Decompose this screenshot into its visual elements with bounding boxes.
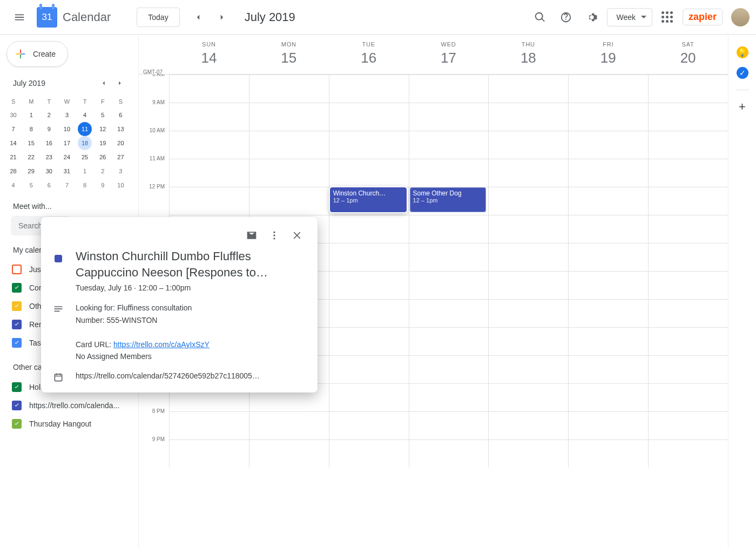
time-slot[interactable] xyxy=(488,440,568,468)
calendar-checkbox[interactable] xyxy=(12,265,22,274)
time-slot[interactable] xyxy=(568,300,648,327)
time-slot[interactable] xyxy=(169,75,249,103)
time-slot[interactable] xyxy=(568,215,648,243)
time-slot[interactable] xyxy=(568,75,648,103)
calendar-event[interactable]: Some Other Dog12 – 1pm xyxy=(410,187,487,212)
mini-day[interactable]: 1 xyxy=(22,108,40,122)
mini-day[interactable]: 9 xyxy=(40,122,58,136)
mini-day[interactable]: 12 xyxy=(94,122,112,136)
time-slot[interactable] xyxy=(409,272,489,299)
time-slot[interactable] xyxy=(329,300,409,327)
time-slot[interactable] xyxy=(169,412,249,439)
mini-day[interactable]: 27 xyxy=(112,150,130,164)
time-slot[interactable] xyxy=(169,440,249,468)
time-slot[interactable] xyxy=(648,243,728,271)
keep-icon[interactable]: 💡 xyxy=(737,46,748,58)
mini-day[interactable]: 29 xyxy=(22,164,40,178)
mini-day[interactable]: 13 xyxy=(112,122,130,136)
time-slot[interactable] xyxy=(648,300,728,327)
mini-prev-month[interactable] xyxy=(97,77,110,90)
mini-day[interactable]: 17 xyxy=(58,136,76,150)
time-slot[interactable] xyxy=(568,328,648,355)
mini-day[interactable]: 20 xyxy=(112,136,130,150)
time-slot[interactable] xyxy=(169,187,249,215)
time-slot[interactable] xyxy=(249,103,329,131)
time-slot[interactable] xyxy=(409,103,489,131)
mini-day[interactable]: 16 xyxy=(40,136,58,150)
time-slot[interactable] xyxy=(409,215,489,243)
today-button[interactable]: Today xyxy=(137,8,179,27)
time-slot[interactable] xyxy=(409,75,489,103)
mini-day[interactable]: 14 xyxy=(4,136,22,150)
mini-day[interactable]: 31 xyxy=(58,164,76,178)
mini-day[interactable]: 6 xyxy=(112,108,130,122)
mini-day[interactable]: 30 xyxy=(40,164,58,178)
mini-calendar[interactable]: SMTWTFS 30123456789101112131415161718192… xyxy=(4,95,130,192)
time-slot[interactable] xyxy=(329,384,409,411)
mini-day[interactable]: 8 xyxy=(22,122,40,136)
time-slot[interactable] xyxy=(329,328,409,355)
mini-day[interactable]: 5 xyxy=(22,178,40,192)
time-slot[interactable] xyxy=(568,356,648,383)
mini-day[interactable]: 22 xyxy=(22,150,40,164)
time-slot[interactable] xyxy=(568,103,648,131)
time-slot[interactable] xyxy=(249,159,329,187)
time-slot[interactable] xyxy=(568,131,648,159)
time-slot[interactable] xyxy=(488,187,568,215)
mini-day[interactable]: 4 xyxy=(4,178,22,192)
settings-button[interactable] xyxy=(581,6,603,28)
time-slot[interactable] xyxy=(409,159,489,187)
time-slot[interactable] xyxy=(409,131,489,159)
tasks-icon[interactable]: ✓ xyxy=(737,67,748,79)
time-slot[interactable] xyxy=(648,272,728,299)
help-button[interactable] xyxy=(555,6,577,28)
mini-day[interactable]: 28 xyxy=(4,164,22,178)
day-header[interactable]: MON15 xyxy=(249,35,329,74)
time-slot[interactable] xyxy=(488,356,568,383)
calendar-checkbox[interactable] xyxy=(12,338,22,348)
mini-day[interactable]: 23 xyxy=(40,150,58,164)
time-slot[interactable] xyxy=(329,75,409,103)
time-slot[interactable] xyxy=(488,131,568,159)
mini-day[interactable]: 10 xyxy=(112,178,130,192)
time-slot[interactable] xyxy=(648,356,728,383)
time-slot[interactable] xyxy=(568,159,648,187)
calendar-event[interactable]: Winston Church…12 – 1pm xyxy=(330,187,407,212)
time-slot[interactable] xyxy=(488,215,568,243)
time-slot[interactable] xyxy=(249,131,329,159)
time-slot[interactable] xyxy=(249,440,329,468)
time-slot[interactable] xyxy=(329,440,409,468)
prev-period-button[interactable] xyxy=(188,8,208,27)
mini-day[interactable]: 7 xyxy=(4,122,22,136)
mini-day[interactable]: 4 xyxy=(76,108,94,122)
search-button[interactable] xyxy=(529,6,551,28)
mini-day[interactable]: 3 xyxy=(112,164,130,178)
time-slot[interactable] xyxy=(648,159,728,187)
mini-day[interactable]: 8 xyxy=(76,178,94,192)
time-slot[interactable] xyxy=(329,103,409,131)
time-slot[interactable] xyxy=(568,272,648,299)
mini-day[interactable]: 2 xyxy=(94,164,112,178)
mini-day[interactable]: 24 xyxy=(58,150,76,164)
calendar-checkbox[interactable] xyxy=(12,320,22,329)
menu-button[interactable] xyxy=(6,4,32,30)
create-button[interactable]: Create xyxy=(6,41,68,67)
email-guests-button[interactable] xyxy=(242,226,261,245)
time-slot[interactable] xyxy=(648,103,728,131)
day-header[interactable]: THU18 xyxy=(488,35,568,74)
mini-day[interactable]: 19 xyxy=(94,136,112,150)
time-slot[interactable] xyxy=(409,300,489,327)
mini-day[interactable]: 10 xyxy=(58,122,76,136)
time-slot[interactable] xyxy=(329,243,409,271)
time-slot[interactable] xyxy=(409,384,489,411)
mini-day[interactable]: 26 xyxy=(94,150,112,164)
time-slot[interactable] xyxy=(568,384,648,411)
time-slot[interactable] xyxy=(648,412,728,439)
time-slot[interactable] xyxy=(488,75,568,103)
mini-day[interactable]: 15 xyxy=(22,136,40,150)
time-slot[interactable] xyxy=(488,300,568,327)
mini-day[interactable]: 5 xyxy=(94,108,112,122)
time-slot[interactable] xyxy=(329,272,409,299)
time-slot[interactable] xyxy=(648,215,728,243)
calendar-checkbox[interactable] xyxy=(12,382,22,392)
